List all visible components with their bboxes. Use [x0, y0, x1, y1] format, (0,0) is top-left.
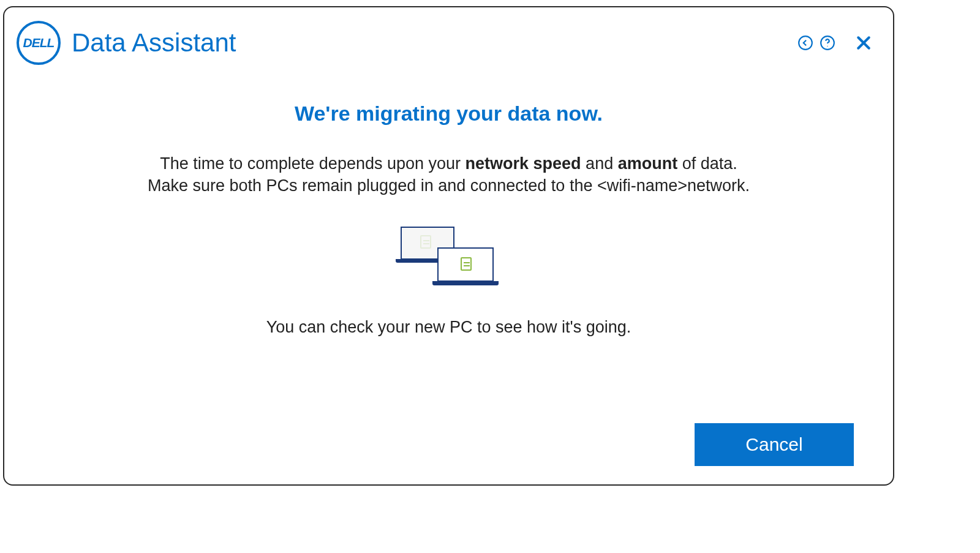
- document-icon: [420, 235, 431, 249]
- migration-illustration-icon: [397, 227, 501, 291]
- window-controls: [796, 31, 876, 55]
- text-fragment: network.: [687, 176, 750, 195]
- text-bold-network-speed: network speed: [466, 154, 581, 173]
- dell-logo-icon: DELL: [17, 21, 61, 65]
- help-icon[interactable]: [818, 34, 837, 52]
- dell-logo-text: DELL: [23, 36, 55, 50]
- text-fragment: Make sure both PCs remain plugged in and…: [148, 176, 597, 195]
- cancel-button[interactable]: Cancel: [695, 423, 854, 466]
- new-pc-icon: [437, 247, 494, 282]
- main-content: We're migrating your data now. The time …: [4, 65, 893, 337]
- close-icon[interactable]: [851, 31, 876, 55]
- document-icon: [461, 257, 472, 271]
- brand: DELL Data Assistant: [17, 21, 236, 65]
- app-title: Data Assistant: [72, 28, 236, 58]
- wifi-name-placeholder: <wifi-name>: [597, 176, 687, 195]
- svg-point-2: [827, 46, 827, 47]
- text-bold-amount: amount: [618, 154, 678, 173]
- svg-point-0: [799, 36, 812, 50]
- footer: Cancel: [695, 423, 854, 466]
- text-fragment: of data.: [677, 154, 737, 173]
- text-fragment: and: [581, 154, 618, 173]
- description-line-1: The time to complete depends upon your n…: [41, 152, 856, 175]
- titlebar: DELL Data Assistant: [4, 7, 893, 65]
- headline: We're migrating your data now.: [41, 102, 856, 126]
- app-window: DELL Data Assistant: [3, 6, 894, 486]
- sub-text: You can check your new PC to see how it'…: [41, 318, 856, 337]
- text-fragment: The time to complete depends upon your: [160, 154, 465, 173]
- description-line-2: Make sure both PCs remain plugged in and…: [41, 175, 856, 197]
- back-icon[interactable]: [796, 34, 815, 52]
